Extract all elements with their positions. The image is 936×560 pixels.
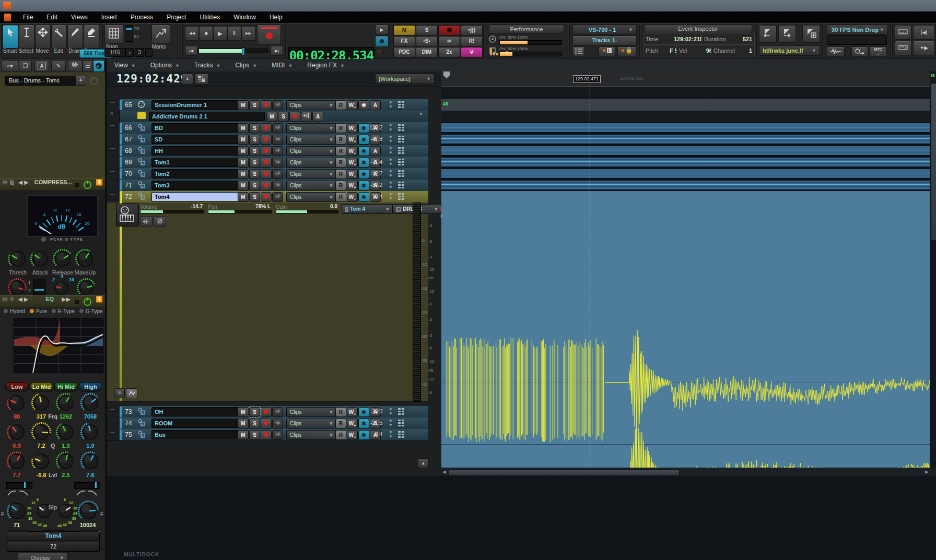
comp-knob-ratio[interactable] bbox=[52, 279, 71, 297]
track-name[interactable]: SessionDrummer 1 bbox=[151, 100, 239, 110]
titlebar[interactable] bbox=[0, 0, 936, 11]
track-echo-button[interactable] bbox=[272, 123, 283, 133]
solo-dim-button[interactable]: ‹S› bbox=[416, 36, 438, 46]
tv-menu-clips[interactable]: Clips▼ bbox=[228, 62, 264, 69]
menu-help[interactable]: Help bbox=[263, 11, 289, 23]
env-offset-left-button[interactable] bbox=[759, 25, 777, 43]
solo-button[interactable]: S bbox=[416, 25, 438, 35]
track-read-button[interactable]: R bbox=[335, 430, 346, 440]
ei-duration-cell[interactable]: Duration521 bbox=[701, 33, 755, 45]
track-clips-dropdown[interactable]: Clips▼ bbox=[286, 100, 336, 110]
eq-lvl-knob-3[interactable] bbox=[80, 451, 101, 472]
arranger-tab-icon[interactable]: A bbox=[34, 60, 49, 72]
hscroll-right-arrow[interactable]: ▶ bbox=[925, 469, 929, 474]
tool-erase-button[interactable] bbox=[84, 25, 99, 49]
track-read-button[interactable]: R bbox=[335, 181, 346, 190]
track-mute-button[interactable]: M bbox=[238, 407, 249, 417]
audio-tab-icon[interactable] bbox=[68, 60, 83, 72]
groove-preset-dropdown[interactable]: ▼htlfrwbz junc.lf bbox=[759, 45, 820, 56]
track-arm-button[interactable] bbox=[261, 407, 272, 417]
menu-views[interactable]: Views bbox=[64, 11, 95, 23]
phase-button[interactable]: Ø bbox=[154, 216, 166, 227]
folder-mute-button[interactable]: M bbox=[266, 112, 277, 122]
track-write-button[interactable]: W+ bbox=[347, 100, 358, 110]
track-read-button[interactable]: R bbox=[335, 158, 346, 168]
display-dropdown[interactable]: ▼Display bbox=[18, 553, 68, 560]
marks-button[interactable] bbox=[151, 25, 170, 43]
track-grid-icon[interactable] bbox=[398, 431, 405, 438]
track-arm-button[interactable] bbox=[261, 135, 272, 145]
clips-pane[interactable]: 48 bbox=[441, 87, 930, 468]
clip-row-audio[interactable] bbox=[441, 180, 930, 192]
snap-to-by-toggle[interactable] bbox=[125, 25, 133, 42]
tuner-icon[interactable]: ⑂ bbox=[377, 48, 381, 56]
snap-note-icon[interactable]: ♪ bbox=[125, 48, 134, 57]
track-solo-button[interactable]: S bbox=[249, 100, 260, 110]
dim-solo-button[interactable]: DIM bbox=[416, 47, 438, 57]
marker-jump-button[interactable]: ✦▶ bbox=[913, 41, 935, 55]
menu-edit[interactable]: Edit bbox=[40, 11, 64, 23]
track-name[interactable]: Tom3 bbox=[151, 181, 239, 190]
track-row-75[interactable]: —75BusMSClips▼RW+✱A-8.4▼▼ bbox=[107, 429, 428, 441]
rewind-button[interactable]: ◀◀ bbox=[185, 26, 199, 41]
track-read-button[interactable]: R bbox=[335, 100, 346, 110]
comp-knob-thresh[interactable] bbox=[7, 248, 28, 269]
play-option-button[interactable]: ▶ bbox=[375, 25, 389, 35]
track-row-71[interactable]: —71Tom3MSClips▼RW+✱A-34.2▼▼ bbox=[107, 180, 428, 192]
track-solo-button[interactable]: S bbox=[249, 123, 260, 133]
eq-q-knob-0[interactable] bbox=[6, 422, 27, 443]
eq-q-knob-3[interactable] bbox=[80, 422, 101, 443]
clip-row-audio[interactable] bbox=[441, 134, 930, 146]
track-chevrons[interactable]: ▼▼ bbox=[389, 431, 393, 439]
env-add-button[interactable] bbox=[802, 25, 820, 43]
speed-button[interactable]: 2x bbox=[438, 47, 460, 57]
eq-mode-pure[interactable]: Pure bbox=[29, 308, 47, 314]
track-arm-button[interactable] bbox=[261, 192, 272, 202]
input-dropdown[interactable]: ITom 4▼ bbox=[342, 204, 393, 214]
track-echo-button[interactable] bbox=[272, 100, 283, 110]
ruler-v-button[interactable] bbox=[895, 41, 911, 55]
eq-slider-right[interactable] bbox=[74, 482, 100, 489]
folder-name[interactable]: Addictive Drums 2 1 bbox=[149, 112, 265, 121]
menu-tab-icon[interactable]: ☰ bbox=[83, 60, 93, 72]
tv-menu-view[interactable]: View▼ bbox=[107, 62, 143, 69]
track-arm-button[interactable] bbox=[261, 123, 272, 133]
track-solo-button[interactable]: S bbox=[249, 158, 260, 168]
eq-frq-knob-1[interactable] bbox=[31, 392, 52, 413]
eq-frq-knob-2[interactable] bbox=[55, 392, 76, 413]
clip-row-folder[interactable] bbox=[441, 111, 930, 123]
eq-frq-knob-0[interactable] bbox=[6, 392, 27, 413]
track-grid-icon[interactable] bbox=[398, 159, 405, 165]
tom4-wave-lane[interactable] bbox=[441, 191, 930, 468]
playhead[interactable] bbox=[590, 73, 590, 468]
comp-knob-drywet[interactable] bbox=[76, 278, 96, 297]
track-arm-button[interactable] bbox=[261, 169, 272, 179]
hscroll-left-arrow[interactable]: ◀ bbox=[442, 469, 446, 474]
rack-power-icon[interactable] bbox=[90, 77, 98, 85]
surface-list-button[interactable] bbox=[572, 46, 585, 56]
track-read-button[interactable]: R bbox=[335, 407, 346, 417]
snap-button[interactable] bbox=[104, 25, 123, 43]
track-echo-button[interactable] bbox=[272, 158, 283, 168]
track-arm-button[interactable] bbox=[261, 158, 272, 168]
track-grid-icon[interactable] bbox=[398, 101, 405, 108]
track-automation-button[interactable]: A bbox=[370, 100, 381, 110]
eq-power-icon[interactable] bbox=[84, 298, 91, 306]
tool-smart-button[interactable] bbox=[3, 25, 18, 49]
vertical-scrollbar[interactable]: ▮▮ bbox=[930, 72, 936, 468]
go-start-button[interactable]: |◀ bbox=[185, 46, 197, 56]
wai-lock-button[interactable]: a🔒 bbox=[617, 46, 636, 56]
track-grid-icon[interactable] bbox=[398, 420, 405, 426]
track-row-72[interactable]: —72Tom4MSClips▼RW+✱A-10.4▼▼ bbox=[107, 191, 428, 203]
pan-slider[interactable]: Pan78% L bbox=[208, 204, 271, 214]
eq-lvl-knob-2[interactable] bbox=[55, 451, 76, 472]
menu-project[interactable]: Project bbox=[160, 11, 193, 23]
eq-slider-left[interactable] bbox=[6, 482, 32, 489]
clip-row-audio[interactable] bbox=[441, 168, 930, 180]
track-chevrons[interactable]: ▼▼ bbox=[389, 170, 393, 178]
eq-band-button-lomid[interactable]: Lo Mid bbox=[30, 382, 53, 391]
eq-q-knob-2[interactable] bbox=[55, 422, 76, 443]
track-name[interactable]: HH bbox=[151, 146, 239, 156]
track-row-folder[interactable]: ᐱAddictive Drums 2 1MSA▼ bbox=[107, 111, 428, 123]
track-clips-dropdown[interactable]: Clips▼ bbox=[286, 158, 336, 168]
